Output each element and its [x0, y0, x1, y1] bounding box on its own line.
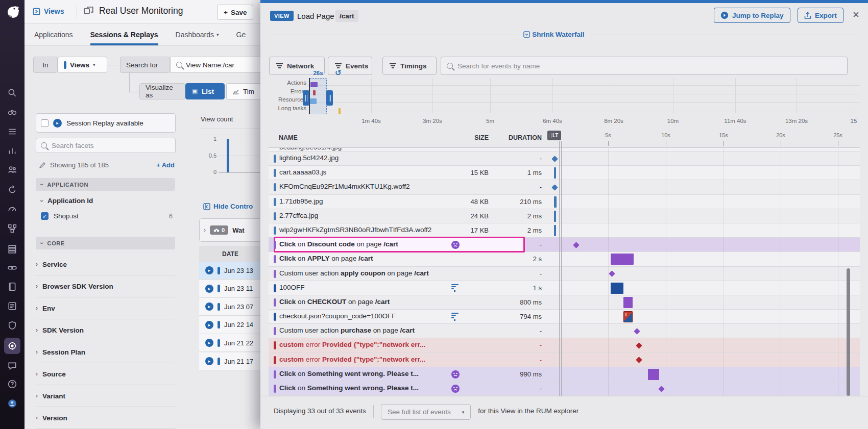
- event-row[interactable]: wlp2gwHKFkZgtmSR3NB0oRJfbwhTIfFd3A.woff2…: [269, 223, 860, 238]
- core-section-header[interactable]: ›CORE: [36, 237, 175, 249]
- session-replay-checkbox[interactable]: [41, 119, 49, 127]
- replay-play-icon[interactable]: ▸: [205, 266, 213, 274]
- event-row[interactable]: checkout.json?coupon_code=100OFF794 ms: [269, 310, 860, 324]
- load-time-marker-badge[interactable]: LT: [547, 131, 561, 140]
- session-row[interactable]: ▸Jun 23 07: [199, 298, 261, 316]
- view-path-chip[interactable]: /cart: [335, 10, 358, 22]
- col-duration[interactable]: DURATION: [493, 134, 542, 141]
- waterfall-bar[interactable]: [611, 283, 624, 294]
- session-replay-filter[interactable]: ▸ Session Replay available: [36, 113, 176, 133]
- event-row[interactable]: bedding.8e631f4.jpg: [269, 148, 860, 152]
- waterfall-point[interactable]: [551, 184, 558, 191]
- waterfall-bar[interactable]: [648, 369, 660, 380]
- event-row[interactable]: Custom user action apply coupon on page …: [269, 267, 860, 281]
- process-map-icon[interactable]: [7, 223, 18, 234]
- session-row[interactable]: ▸Jun 22 14: [199, 316, 261, 334]
- synthetics-icon[interactable]: [7, 184, 18, 195]
- shopist-checkbox[interactable]: ✓: [41, 212, 49, 220]
- close-icon[interactable]: ×: [853, 8, 859, 21]
- event-row[interactable]: Custom user action purchase on page /car…: [269, 324, 860, 338]
- logs-icon[interactable]: [7, 300, 18, 312]
- hide-controls-link[interactable]: Hide Contro: [203, 203, 253, 210]
- facet-variant[interactable]: ›Variant: [36, 385, 175, 407]
- load-time-marker-line[interactable]: [559, 141, 562, 396]
- replay-play-icon[interactable]: ▸: [205, 285, 213, 293]
- add-facet-button[interactable]: + Add: [156, 161, 175, 169]
- waterfall-point[interactable]: [609, 270, 616, 277]
- waterfall-point[interactable]: [636, 357, 642, 363]
- waterfall-point[interactable]: [658, 386, 665, 392]
- waterfall-bar[interactable]: [554, 225, 556, 236]
- shrink-waterfall-link[interactable]: Shrink Waterfall: [260, 30, 848, 39]
- facet-value-shopist[interactable]: ✓ Shop.ist 6: [41, 212, 173, 220]
- people-icon[interactable]: [7, 164, 18, 175]
- session-row[interactable]: ▸Jun 21 17: [199, 352, 261, 370]
- visualize-timeseries-button[interactable]: Tim: [226, 83, 261, 99]
- events-search[interactable]: [441, 57, 848, 75]
- date-column-header[interactable]: DATE: [199, 246, 261, 262]
- selection-handle-left[interactable]: [303, 90, 309, 106]
- filter-timings[interactable]: Timings: [382, 57, 437, 75]
- waterfall-bar[interactable]: [554, 167, 556, 179]
- waterfall-bar[interactable]: [611, 254, 634, 265]
- full-list-dropdown[interactable]: See full list of events▾: [381, 404, 471, 420]
- facet-sdk-version[interactable]: ›SDK Version: [36, 319, 175, 341]
- waterfall-bar[interactable]: [623, 311, 633, 322]
- tab-applications[interactable]: Applications: [34, 24, 73, 45]
- tab-ge[interactable]: Ge: [236, 24, 246, 45]
- event-row[interactable]: Click on Something went wrong. Please t.…: [269, 382, 860, 396]
- application-section-header[interactable]: ›APPLICATION: [36, 178, 175, 191]
- events-search-input[interactable]: [457, 62, 841, 70]
- event-row[interactable]: Click on Discount code on page /cart-: [269, 238, 860, 252]
- event-row[interactable]: Click on APPLY on page /cart2 s: [269, 252, 860, 266]
- facet-source[interactable]: ›Source: [36, 363, 175, 385]
- waterfall-point[interactable]: [634, 328, 640, 335]
- facet-application-id[interactable]: ›Application Id: [41, 197, 93, 205]
- replay-play-icon[interactable]: ▸: [205, 357, 213, 365]
- session-row[interactable]: ▸Jun 21 22: [199, 334, 261, 352]
- jump-to-replay-button[interactable]: Jump to Replay: [714, 8, 790, 23]
- col-name[interactable]: NAME: [279, 134, 298, 141]
- selection-handle-right[interactable]: [326, 90, 333, 106]
- tab-dashboards[interactable]: Dashboards▾: [176, 24, 219, 45]
- event-row[interactable]: lighting.5cf4242.jpg-: [269, 152, 860, 166]
- event-row[interactable]: cart.aaaaa03.js15 KB1 ms: [269, 166, 860, 180]
- metrics-icon[interactable]: [7, 145, 18, 157]
- watchdog-icon[interactable]: [7, 107, 18, 118]
- facet-version[interactable]: ›Version: [36, 407, 175, 429]
- replay-play-icon[interactable]: ▸: [205, 321, 213, 329]
- replay-play-icon[interactable]: ▸: [205, 302, 213, 311]
- integrations-icon[interactable]: [7, 262, 18, 273]
- infrastructure-icon[interactable]: [7, 243, 18, 255]
- waterfall-bar[interactable]: [554, 211, 556, 222]
- waterfall-point[interactable]: [551, 156, 558, 162]
- event-row[interactable]: custom error Provided {"type":"network e…: [269, 353, 860, 367]
- minimap-selection[interactable]: [309, 78, 327, 114]
- event-row[interactable]: 2.77cffca.jpg24 KB2 ms: [269, 209, 860, 223]
- facet-env[interactable]: ›Env: [36, 297, 175, 319]
- waterfall-bar[interactable]: [623, 297, 633, 308]
- event-row[interactable]: 1.71db95e.jpg48 KB210 ms: [269, 195, 860, 209]
- facet-session-plan[interactable]: ›Session Plan: [36, 341, 175, 363]
- query-input[interactable]: [186, 61, 247, 69]
- tab-sessions-replays[interactable]: Sessions & Replays: [90, 24, 158, 45]
- security-icon[interactable]: [7, 320, 18, 331]
- service-catalog-icon[interactable]: [7, 126, 18, 137]
- event-row[interactable]: KFOmCnqEu92Fr1Mu4mxKKTU1Kg.woff2-: [269, 180, 860, 194]
- visualize-list-button[interactable]: List: [185, 83, 225, 99]
- datadog-logo[interactable]: [4, 4, 20, 20]
- facet-search[interactable]: Search facets: [36, 138, 176, 153]
- vertical-scrollbar[interactable]: [847, 268, 850, 396]
- watchdog-box[interactable]: › 0 Wat: [199, 218, 261, 242]
- query-input-wrap[interactable]: [170, 57, 261, 73]
- help-icon[interactable]: [7, 378, 18, 390]
- session-row[interactable]: ▸Jun 23 13: [199, 262, 261, 280]
- event-row[interactable]: Click on CHECKOUT on page /cart800 ms: [269, 295, 860, 310]
- event-row[interactable]: 100OFF1 s: [269, 281, 860, 295]
- col-size[interactable]: SIZE: [437, 134, 489, 141]
- session-row[interactable]: ▸Jun 23 11: [199, 280, 261, 298]
- event-row[interactable]: Click on Something went wrong. Please t.…: [269, 367, 860, 382]
- search-icon[interactable]: [7, 87, 18, 98]
- rum-target-icon[interactable]: [4, 338, 20, 354]
- waterfall-point[interactable]: [636, 342, 642, 349]
